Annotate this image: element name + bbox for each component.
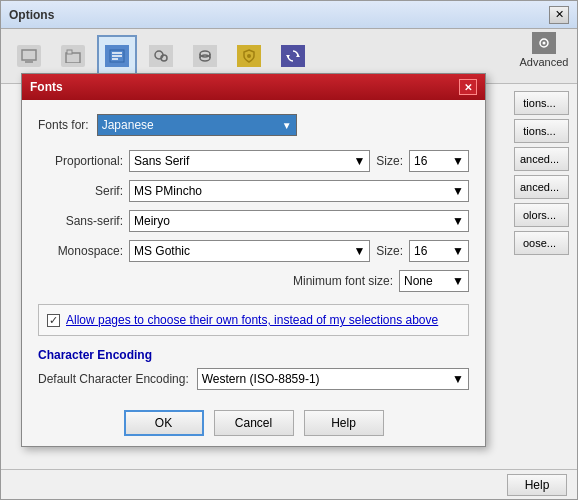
svg-point-14	[247, 54, 251, 58]
bottom-bar: Help	[1, 469, 577, 499]
proportional-row: Proportional: Sans Serif ▼ Size: 16 ▼	[38, 150, 469, 172]
right-buttons-panel: tions... tions... anced... anced... olor…	[514, 91, 569, 255]
sans-serif-value: Meiryo	[134, 214, 170, 228]
right-btn-5[interactable]: oose...	[514, 231, 569, 255]
sans-serif-label: Sans-serif:	[38, 214, 123, 228]
proportional-select[interactable]: Sans Serif ▼	[129, 150, 370, 172]
right-btn-3[interactable]: anced...	[514, 175, 569, 199]
cancel-button[interactable]: Cancel	[214, 410, 294, 436]
toolbar-btn-tabs[interactable]	[53, 35, 93, 77]
svg-marker-16	[286, 55, 290, 58]
sans-serif-select[interactable]: Meiryo ▼	[129, 210, 469, 232]
options-title: Options	[9, 8, 54, 22]
monospace-select[interactable]: MS Gothic ▼	[129, 240, 370, 262]
sans-serif-row: Sans-serif: Meiryo ▼	[38, 210, 469, 232]
checkmark-icon: ✓	[49, 314, 58, 327]
encoding-value: Western (ISO-8859-1)	[202, 372, 320, 386]
right-btn-0[interactable]: tions...	[514, 91, 569, 115]
encoding-section-title: Character Encoding	[38, 348, 469, 362]
security-icon	[237, 45, 261, 67]
options-window: Options ✕	[0, 0, 578, 500]
min-font-arrow: ▼	[452, 274, 464, 288]
privacy-icon	[193, 45, 217, 67]
toolbar-btn-security[interactable]	[229, 35, 269, 77]
proportional-size-arrow: ▼	[452, 154, 464, 168]
fonts-checkbox[interactable]: ✓	[47, 314, 60, 327]
proportional-size-select[interactable]: 16 ▼	[409, 150, 469, 172]
encoding-label: Default Character Encoding:	[38, 372, 189, 386]
monospace-size-value: 16	[414, 244, 427, 258]
right-btn-2[interactable]: anced...	[514, 147, 569, 171]
min-font-select[interactable]: None ▼	[399, 270, 469, 292]
proportional-value: Sans Serif	[134, 154, 189, 168]
tabs-icon	[61, 45, 85, 67]
proportional-arrow: ▼	[353, 154, 365, 168]
monospace-size-label: Size:	[376, 244, 403, 258]
general-icon	[17, 45, 41, 67]
toolbar-btn-apps[interactable]	[141, 35, 181, 77]
monospace-size-arrow: ▼	[452, 244, 464, 258]
ok-button[interactable]: OK	[124, 410, 204, 436]
fonts-for-value: Japanese	[102, 118, 154, 132]
monospace-row: Monospace: MS Gothic ▼ Size: 16 ▼	[38, 240, 469, 262]
fonts-checkbox-label: Allow pages to choose their own fonts, i…	[66, 313, 438, 327]
proportional-size-value: 16	[414, 154, 427, 168]
sync-icon	[281, 45, 305, 67]
encoding-row: Default Character Encoding: Western (ISO…	[38, 368, 469, 390]
svg-rect-3	[67, 50, 72, 54]
toolbar-btn-general[interactable]	[9, 35, 49, 77]
dialog-buttons: OK Cancel Help	[38, 406, 469, 436]
proportional-size-label: Size:	[376, 154, 403, 168]
monospace-label: Monospace:	[38, 244, 123, 258]
svg-rect-0	[22, 50, 36, 60]
fonts-checkbox-row[interactable]: ✓ Allow pages to choose their own fonts,…	[38, 304, 469, 336]
toolbar-btn-advanced[interactable]: Advanced	[519, 29, 569, 71]
serif-arrow: ▼	[452, 184, 464, 198]
serif-row: Serif: MS PMincho ▼	[38, 180, 469, 202]
content-icon	[105, 45, 129, 67]
fonts-body: Fonts for: Japanese ▼ Proportional: Sans…	[22, 100, 485, 446]
help-button[interactable]: Help	[304, 410, 384, 436]
apps-icon	[149, 45, 173, 67]
encoding-select[interactable]: Western (ISO-8859-1) ▼	[197, 368, 469, 390]
serif-value: MS PMincho	[134, 184, 202, 198]
advanced-btn-label: Advanced	[520, 56, 569, 68]
toolbar-btn-sync[interactable]	[273, 35, 313, 77]
min-font-label: Minimum font size:	[293, 274, 393, 288]
bottom-help-button[interactable]: Help	[507, 474, 567, 496]
fonts-dialog: Fonts ✕ Fonts for: Japanese ▼ Proportion…	[21, 73, 486, 447]
fonts-for-select[interactable]: Japanese ▼	[97, 114, 297, 136]
serif-select[interactable]: MS PMincho ▼	[129, 180, 469, 202]
fonts-dialog-title: Fonts	[30, 80, 63, 94]
monospace-arrow: ▼	[353, 244, 365, 258]
proportional-label: Proportional:	[38, 154, 123, 168]
min-font-value: None	[404, 274, 433, 288]
encoding-arrow: ▼	[452, 372, 464, 386]
svg-point-18	[543, 42, 546, 45]
sans-serif-arrow: ▼	[452, 214, 464, 228]
monospace-size-select[interactable]: 16 ▼	[409, 240, 469, 262]
fonts-for-arrow: ▼	[282, 120, 292, 131]
fonts-for-row: Fonts for: Japanese ▼	[38, 114, 469, 136]
options-close-button[interactable]: ✕	[549, 6, 569, 24]
toolbar-btn-content[interactable]	[97, 35, 137, 77]
monospace-value: MS Gothic	[134, 244, 190, 258]
fonts-titlebar: Fonts ✕	[22, 74, 485, 100]
fonts-for-label: Fonts for:	[38, 118, 89, 132]
right-btn-4[interactable]: olors...	[514, 203, 569, 227]
svg-point-13	[200, 55, 210, 61]
fonts-close-button[interactable]: ✕	[459, 79, 477, 95]
right-btn-1[interactable]: tions...	[514, 119, 569, 143]
min-font-row: Minimum font size: None ▼	[38, 270, 469, 292]
toolbar-btn-privacy[interactable]	[185, 35, 225, 77]
options-titlebar: Options ✕	[1, 1, 577, 29]
advanced-icon	[532, 32, 556, 54]
serif-label: Serif:	[38, 184, 123, 198]
svg-marker-15	[296, 54, 300, 57]
encoding-section: Character Encoding Default Character Enc…	[38, 348, 469, 390]
